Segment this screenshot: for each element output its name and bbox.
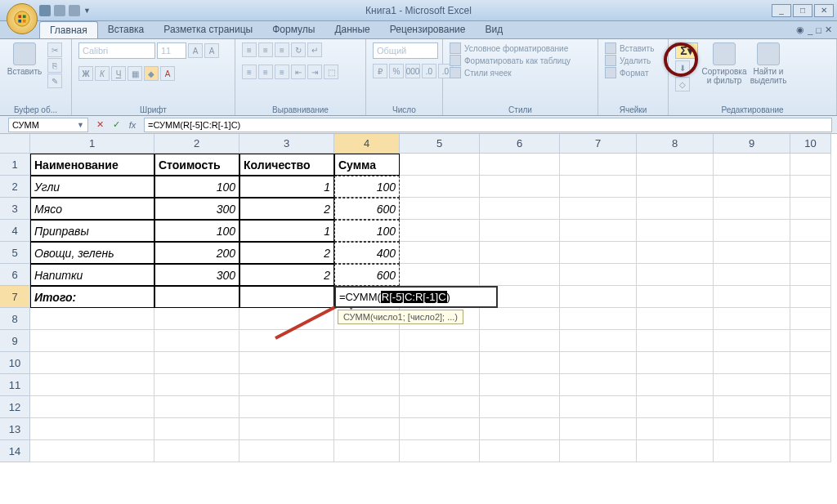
worksheet-grid[interactable]: 1234567891011121314 12345678910 Наименов…	[0, 134, 837, 504]
cell[interactable]	[400, 220, 480, 242]
save-icon[interactable]	[39, 5, 51, 16]
column-header[interactable]: 9	[714, 134, 790, 154]
cell[interactable]	[637, 330, 714, 352]
inc-indent-icon[interactable]: ⇥	[307, 65, 322, 79]
cell[interactable]	[480, 352, 560, 374]
cell[interactable]	[480, 308, 560, 330]
cell[interactable]: Угли	[30, 176, 154, 198]
align-top-icon[interactable]: ≡	[242, 42, 257, 57]
cell[interactable]	[790, 374, 831, 396]
cell[interactable]: 300	[154, 264, 239, 286]
undo-icon[interactable]	[54, 5, 65, 16]
cell[interactable]: Стоимость	[154, 154, 239, 176]
column-header[interactable]: 2	[154, 134, 239, 154]
align-center-icon[interactable]: ≡	[258, 65, 273, 79]
cell[interactable]	[714, 286, 790, 308]
cell[interactable]	[334, 418, 400, 440]
tab-page-layout[interactable]: Разметка страницы	[154, 21, 262, 38]
cell[interactable]	[30, 418, 154, 440]
cell[interactable]	[480, 198, 560, 220]
cell[interactable]	[714, 374, 790, 396]
sort-filter-button[interactable]: Сортировка и фильтр	[706, 42, 742, 85]
cell[interactable]	[30, 440, 154, 462]
cell[interactable]	[714, 220, 790, 242]
column-header[interactable]: 3	[239, 134, 334, 154]
row-header[interactable]: 4	[0, 220, 30, 242]
cell[interactable]	[637, 154, 714, 176]
cell[interactable]	[560, 352, 637, 374]
cell[interactable]	[334, 352, 400, 374]
number-format-combo[interactable]: Общий	[373, 42, 438, 59]
cell[interactable]	[400, 418, 480, 440]
row-header[interactable]: 2	[0, 176, 30, 198]
cell[interactable]	[560, 242, 637, 264]
cell[interactable]	[400, 264, 480, 286]
cell[interactable]	[790, 308, 831, 330]
align-mid-icon[interactable]: ≡	[258, 42, 273, 57]
cell[interactable]	[30, 374, 154, 396]
row-header[interactable]: 14	[0, 440, 30, 462]
cell[interactable]	[714, 396, 790, 418]
cell[interactable]	[714, 352, 790, 374]
cell[interactable]	[714, 418, 790, 440]
cell[interactable]	[480, 154, 560, 176]
cell[interactable]	[714, 176, 790, 198]
cell[interactable]	[560, 308, 637, 330]
row-header[interactable]: 12	[0, 396, 30, 418]
find-select-button[interactable]: Найти и выделить	[750, 42, 786, 85]
column-header[interactable]: 4	[334, 134, 400, 154]
row-header[interactable]: 5	[0, 242, 30, 264]
doc-restore-button[interactable]: □	[816, 25, 821, 35]
cell[interactable]	[400, 374, 480, 396]
row-header[interactable]: 8	[0, 308, 30, 330]
cell[interactable]: Мясо	[30, 198, 154, 220]
maximize-button[interactable]: □	[793, 4, 812, 17]
cell[interactable]	[239, 418, 334, 440]
conditional-formatting-button[interactable]: Условное форматирование	[450, 42, 571, 54]
cancel-formula-icon[interactable]: ✕	[93, 118, 106, 132]
cell[interactable]	[560, 198, 637, 220]
qat-dropdown-icon[interactable]: ▼	[83, 7, 91, 15]
cell[interactable]	[154, 308, 239, 330]
cell[interactable]	[714, 154, 790, 176]
cell[interactable]	[154, 440, 239, 462]
tab-insert[interactable]: Вставка	[98, 21, 154, 38]
grow-font-icon[interactable]: A	[188, 43, 203, 58]
clear-icon[interactable]: ◇	[675, 77, 690, 91]
cell[interactable]	[637, 440, 714, 462]
cell[interactable]	[334, 396, 400, 418]
cell[interactable]: 300	[154, 198, 239, 220]
cell[interactable]	[560, 220, 637, 242]
row-header[interactable]: 13	[0, 418, 30, 440]
cell[interactable]	[400, 242, 480, 264]
cell[interactable]: Овощи, зелень	[30, 242, 154, 264]
cell[interactable]	[239, 308, 334, 330]
cell[interactable]	[790, 286, 831, 308]
cell[interactable]	[790, 352, 831, 374]
cell[interactable]	[154, 374, 239, 396]
cell[interactable]	[154, 286, 239, 308]
cell[interactable]	[637, 396, 714, 418]
font-size-combo[interactable]: 11	[157, 42, 186, 59]
cell[interactable]	[400, 198, 480, 220]
tab-home[interactable]: Главная	[39, 21, 98, 38]
align-bot-icon[interactable]: ≡	[275, 42, 289, 57]
cell[interactable]: 100	[334, 176, 400, 198]
cell[interactable]	[790, 264, 831, 286]
align-left-icon[interactable]: ≡	[242, 65, 257, 79]
copy-icon[interactable]: ⎘	[47, 58, 62, 73]
column-header[interactable]: 10	[790, 134, 831, 154]
align-right-icon[interactable]: ≡	[275, 65, 289, 79]
minimize-button[interactable]: _	[772, 4, 791, 17]
cell[interactable]: =СУММ(R[-5]C:R[-1]C)	[334, 286, 498, 308]
cell[interactable]	[714, 440, 790, 462]
cell[interactable]	[480, 440, 560, 462]
cell[interactable]	[400, 154, 480, 176]
column-header[interactable]: 5	[400, 134, 480, 154]
format-as-table-button[interactable]: Форматировать как таблицу	[450, 55, 571, 66]
cell[interactable]	[637, 264, 714, 286]
office-button[interactable]	[7, 3, 38, 34]
cell[interactable]	[334, 440, 400, 462]
wrap-text-icon[interactable]: ↵	[307, 42, 322, 57]
cell[interactable]	[637, 286, 714, 308]
